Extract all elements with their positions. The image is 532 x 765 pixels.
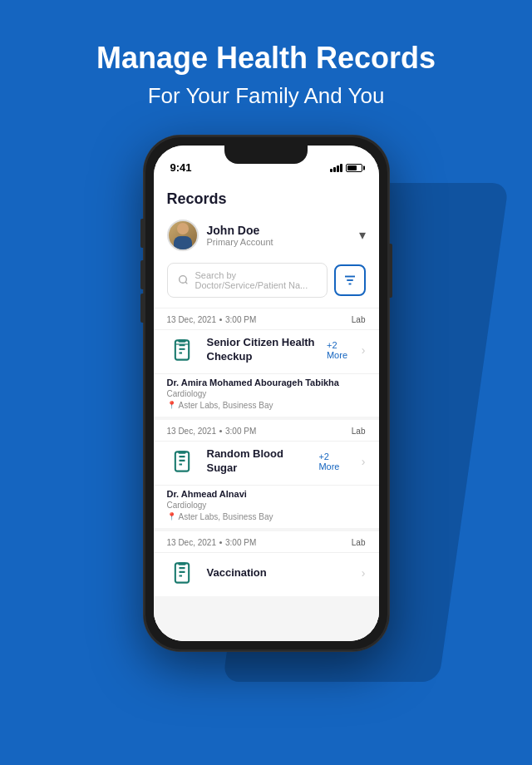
location-icon-1: 📍 bbox=[167, 401, 176, 409]
vaccination-icon bbox=[170, 561, 194, 585]
doctor-specialty-2: Cardiology bbox=[167, 501, 366, 510]
record-icon-box-2 bbox=[167, 447, 197, 476]
doctor-name-2: Dr. Ahmead Alnavi bbox=[167, 489, 366, 499]
dot-separator bbox=[219, 318, 222, 321]
record-info-2: Random Blood Sugar +2 More bbox=[207, 447, 352, 476]
record-group-1: 13 Dec, 2021 3:00 PM Lab bbox=[154, 308, 379, 417]
record-date-row-2: 13 Dec, 2021 3:00 PM Lab bbox=[154, 420, 379, 441]
record-chevron-2: › bbox=[362, 455, 366, 468]
svg-rect-13 bbox=[178, 451, 185, 454]
search-placeholder: Search by Doctor/Service/Patient Na... bbox=[195, 270, 317, 290]
status-icons bbox=[330, 164, 362, 172]
record-chevron-3: › bbox=[362, 566, 366, 580]
record-item-3[interactable]: Vaccination › bbox=[154, 552, 379, 596]
record-name-3: Vaccination bbox=[207, 566, 267, 580]
record-date-row-3: 13 Dec, 2021 3:00 PM Lab bbox=[154, 531, 379, 552]
svg-point-0 bbox=[179, 276, 186, 284]
svg-rect-8 bbox=[178, 339, 185, 343]
filter-button[interactable] bbox=[334, 264, 366, 296]
account-row[interactable]: John Doe Primary Account ▾ bbox=[167, 215, 366, 256]
record-name-2: Random Blood Sugar bbox=[207, 447, 314, 476]
svg-rect-18 bbox=[178, 562, 185, 565]
app-content: Records J bbox=[154, 182, 379, 641]
record-date-2: 13 Dec, 2021 3:00 PM bbox=[167, 427, 257, 436]
doctor-specialty-1: Cardiology bbox=[167, 389, 366, 398]
location-text-2: Aster Labs, Business Bay bbox=[179, 512, 273, 521]
record-date-row-1: 13 Dec, 2021 3:00 PM Lab bbox=[154, 308, 379, 329]
hero-section: Manage Health Records For Your Family An… bbox=[0, 0, 532, 127]
account-chevron-icon[interactable]: ▾ bbox=[359, 227, 366, 243]
avatar bbox=[167, 220, 199, 251]
svg-rect-14 bbox=[175, 563, 188, 582]
records-title: Records bbox=[167, 190, 366, 208]
phone-screen: 9:41 bbox=[154, 146, 379, 641]
location-row-2: 📍 Aster Labs, Business Bay bbox=[167, 512, 366, 521]
record-type-3: Lab bbox=[352, 538, 366, 547]
record-item-1[interactable]: Senior Citizen Health Checkup +2 More › bbox=[154, 329, 379, 373]
phone-frame: 9:41 bbox=[144, 136, 389, 651]
record-date-1: 13 Dec, 2021 3:00 PM bbox=[167, 315, 257, 324]
app-header: Records J bbox=[154, 182, 379, 308]
phone-notch bbox=[224, 146, 308, 164]
account-left: John Doe Primary Account bbox=[167, 220, 273, 251]
record-group-3: 13 Dec, 2021 3:00 PM Lab bbox=[154, 531, 379, 596]
record-name-1: Senior Citizen Health Checkup bbox=[207, 336, 322, 364]
dot-separator-2 bbox=[219, 430, 222, 432]
record-type-2: Lab bbox=[352, 427, 366, 436]
search-row: Search by Doctor/Service/Patient Na... bbox=[167, 263, 366, 301]
record-type-1: Lab bbox=[352, 315, 366, 324]
doctor-info-2: Dr. Ahmead Alnavi Cardiology 📍 Aster Lab… bbox=[154, 485, 379, 528]
record-item-2[interactable]: Random Blood Sugar +2 More › bbox=[154, 441, 379, 485]
record-more-1[interactable]: +2 More bbox=[327, 340, 352, 360]
record-info-1: Senior Citizen Health Checkup +2 More bbox=[207, 336, 352, 364]
account-type: Primary Account bbox=[207, 237, 273, 247]
search-input-wrapper[interactable]: Search by Doctor/Service/Patient Na... bbox=[167, 263, 328, 298]
lab-record-icon bbox=[170, 338, 194, 362]
record-date-3: 13 Dec, 2021 3:00 PM bbox=[167, 538, 257, 547]
record-chevron-1: › bbox=[362, 343, 366, 357]
doctor-info-1: Dr. Amira Mohamed Abourageh Tabikha Card… bbox=[154, 373, 379, 417]
hero-subtitle: For Your Family And You bbox=[33, 82, 499, 111]
doctor-name-1: Dr. Amira Mohamed Abourageh Tabikha bbox=[167, 378, 366, 387]
signal-icon bbox=[330, 164, 342, 172]
account-name: John Doe bbox=[207, 224, 273, 237]
record-group-2: 13 Dec, 2021 3:00 PM Lab bbox=[154, 420, 379, 528]
record-more-2[interactable]: +2 More bbox=[318, 452, 351, 471]
record-icon-box-1 bbox=[167, 335, 197, 365]
location-row-1: 📍 Aster Labs, Business Bay bbox=[167, 401, 366, 410]
record-icon-box-3 bbox=[167, 558, 197, 588]
lab-record-icon-2 bbox=[170, 450, 194, 473]
records-list: 13 Dec, 2021 3:00 PM Lab bbox=[154, 308, 379, 641]
account-info: John Doe Primary Account bbox=[207, 224, 273, 247]
hero-title: Manage Health Records bbox=[33, 40, 499, 76]
svg-rect-9 bbox=[175, 452, 188, 471]
location-text-1: Aster Labs, Business Bay bbox=[179, 401, 273, 410]
status-time: 9:41 bbox=[170, 161, 192, 174]
dot-separator-3 bbox=[219, 541, 222, 544]
record-info-3: Vaccination bbox=[207, 566, 352, 580]
svg-rect-4 bbox=[175, 340, 188, 359]
location-icon-2: 📍 bbox=[167, 512, 176, 521]
filter-icon bbox=[342, 273, 357, 288]
search-icon bbox=[178, 274, 189, 285]
battery-icon bbox=[346, 164, 362, 172]
